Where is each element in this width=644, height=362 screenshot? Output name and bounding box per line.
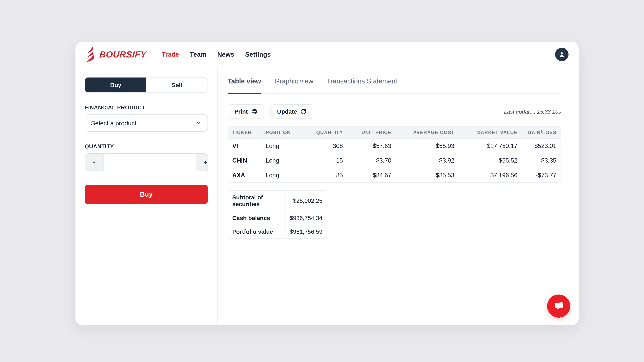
cell-gain-loss: -$3.35 <box>522 153 560 168</box>
cell-average-cost: $3.92 <box>396 153 458 168</box>
summary-value: $961,756.59 <box>286 225 327 239</box>
tab-graphic-view[interactable]: Graphic view <box>274 78 313 93</box>
quantity-stepper: - + <box>85 153 208 171</box>
cell-quantity: 85 <box>306 168 347 182</box>
summary-label: Cash balance <box>228 211 286 225</box>
order-panel: Buy Sell FINANCIAL PRODUCT Select a prod… <box>76 67 218 325</box>
printer-icon <box>251 108 258 115</box>
cell-gain-loss: -$73.77 <box>522 168 560 182</box>
summary-value: $936,754.34 <box>286 211 327 225</box>
summary-row: Cash balance $936,754.34 <box>228 211 327 225</box>
summary-row: Portfolio value $961,756.59 <box>228 225 327 239</box>
cell-ticker: CHIN <box>228 153 262 168</box>
nav-item-team[interactable]: Team <box>190 50 206 58</box>
cell-market-value: $55.52 <box>458 153 522 168</box>
chevron-down-icon <box>196 120 202 126</box>
summary-value: $25,002.25 <box>286 191 327 211</box>
cell-market-value: $7,196.56 <box>458 168 522 182</box>
cell-position: Long <box>262 153 305 168</box>
page: BOURSIFY Trade Team News Settings Buy <box>0 0 644 362</box>
table-row: AXA Long 85 $84.67 $85.53 $7,196.56 -$73… <box>228 168 561 182</box>
print-button[interactable]: Print <box>228 104 264 119</box>
financial-product-label: FINANCIAL PRODUCT <box>85 104 208 111</box>
cell-unit-price: $57.63 <box>347 138 396 153</box>
toggle-buy[interactable]: Buy <box>85 78 146 92</box>
col-average-cost: AVERAGE COST <box>396 126 458 138</box>
summary-row: Subtotal of securities $25,002.25 <box>228 191 327 211</box>
cell-quantity: 15 <box>306 153 347 168</box>
cell-market-value: $17,750.17 <box>458 138 522 153</box>
view-tabs: Table view Graphic view Transactions Sta… <box>228 78 561 94</box>
col-position: POSITION <box>262 126 305 138</box>
brand-logo[interactable]: BOURSIFY <box>85 46 146 63</box>
positions-header-row: TICKER POSITION QUANTITY UNIT PRICE AVER… <box>228 126 561 138</box>
nav-item-news[interactable]: News <box>217 50 234 58</box>
cell-average-cost: $85.53 <box>396 168 458 182</box>
col-unit-price: UNIT PRICE <box>347 126 396 138</box>
quantity-decrement-button[interactable]: - <box>85 154 104 171</box>
table-row: VI Long 308 $57.63 $55.93 $17,750.17 $52… <box>228 138 561 153</box>
nav-item-settings[interactable]: Settings <box>245 50 271 58</box>
content: Buy Sell FINANCIAL PRODUCT Select a prod… <box>76 67 578 325</box>
col-gain-loss: GAIN/LOSS <box>522 126 560 138</box>
last-update-text: Last update : 15:38 10s <box>504 108 561 115</box>
chat-fab-button[interactable] <box>547 295 570 318</box>
cell-unit-price: $3.70 <box>347 153 396 168</box>
cell-position: Long <box>262 138 305 153</box>
brand-name: BOURSIFY <box>99 49 147 59</box>
col-market-value: MARKET VALUE <box>458 126 522 138</box>
top-navbar: BOURSIFY Trade Team News Settings <box>76 42 578 67</box>
tab-table-view[interactable]: Table view <box>228 78 261 93</box>
user-icon <box>558 50 566 58</box>
buy-sell-toggle: Buy Sell <box>85 77 208 93</box>
summary-label: Portfolio value <box>228 225 286 239</box>
col-quantity: QUANTITY <box>306 126 347 138</box>
nav-item-trade[interactable]: Trade <box>162 50 179 58</box>
profile-avatar[interactable] <box>555 48 568 61</box>
quantity-input[interactable] <box>104 154 196 171</box>
summary-label: Subtotal of securities <box>228 191 286 211</box>
print-button-label: Print <box>234 108 248 115</box>
quantity-label: QUANTITY <box>85 143 208 150</box>
chat-bubble-icon <box>553 301 564 312</box>
update-button-label: Update <box>277 108 297 115</box>
quantity-increment-button[interactable]: + <box>196 154 208 171</box>
col-ticker: TICKER <box>228 126 262 138</box>
toggle-sell[interactable]: Sell <box>146 78 208 92</box>
cell-unit-price: $84.67 <box>347 168 396 182</box>
portfolio-panel: Table view Graphic view Transactions Sta… <box>218 67 579 325</box>
refresh-icon <box>300 108 307 115</box>
product-select[interactable]: Select a product <box>85 114 208 132</box>
cell-position: Long <box>262 168 305 182</box>
product-select-value: Select a product <box>91 119 136 127</box>
positions-table: TICKER POSITION QUANTITY UNIT PRICE AVER… <box>228 126 561 183</box>
table-row: CHIN Long 15 $3.70 $3.92 $55.52 -$3.35 <box>228 153 561 168</box>
tab-transactions-statement[interactable]: Transactions Statement <box>327 78 397 93</box>
update-button[interactable]: Update <box>270 104 313 119</box>
table-toolbar: Print Update Last update : 15:38 10s <box>228 104 561 119</box>
buy-submit-button[interactable]: Buy <box>85 185 208 204</box>
cell-ticker: VI <box>228 138 262 153</box>
cell-quantity: 308 <box>306 138 347 153</box>
cell-average-cost: $55.93 <box>396 138 458 153</box>
app-window: BOURSIFY Trade Team News Settings Buy <box>76 42 578 325</box>
sail-logo-icon <box>85 46 96 63</box>
cell-ticker: AXA <box>228 168 262 182</box>
cell-gain-loss: $523.01 <box>522 138 560 153</box>
main-nav: Trade Team News Settings <box>162 50 271 58</box>
portfolio-summary-table: Subtotal of securities $25,002.25 Cash b… <box>228 190 327 239</box>
